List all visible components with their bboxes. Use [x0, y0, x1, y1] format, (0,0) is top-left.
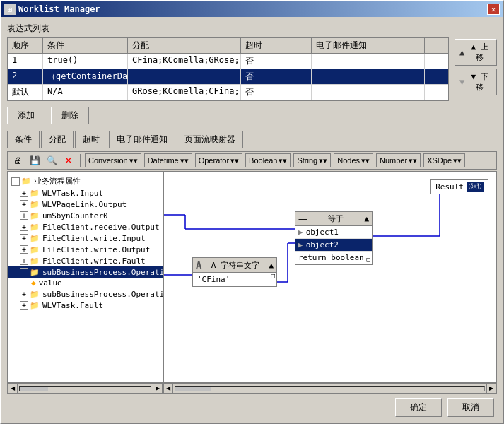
number-dropdown[interactable]: Number ▾▾ [376, 153, 421, 167]
port-icon: ▶ [298, 240, 303, 249]
col-order: 顺序 [8, 38, 43, 53]
delete-button[interactable]: 删除 [51, 107, 89, 124]
scroll-left-btn[interactable]: ◀ [8, 384, 18, 394]
table-row[interactable]: 默认 N/A GRose;KComella;CFina; 否 [8, 85, 448, 100]
folder-icon: 📁 [21, 177, 33, 187]
section-label: 表达式列表 [7, 23, 497, 35]
tab-timeout[interactable]: 超时 [75, 131, 107, 148]
expand-icon[interactable]: + [20, 245, 28, 254]
cell-email [312, 69, 425, 84]
expand-icon[interactable]: + [20, 223, 28, 231]
conversion-dropdown[interactable]: Conversion ▾▾ [85, 153, 141, 167]
left-scrollbar[interactable]: ◀ ▶ [8, 384, 163, 393]
expand-icon[interactable]: + [20, 189, 28, 197]
expand-icon[interactable]: - [11, 177, 20, 186]
nodes-dropdown[interactable]: Nodes ▾▾ [334, 153, 373, 167]
tree-root[interactable]: - 📁 业务流程属性 [8, 175, 163, 187]
window-icon: ⊞ [4, 4, 16, 15]
close-button[interactable]: ✕ [487, 4, 500, 15]
tree-item[interactable]: + 📁 FileClient.write.Output [8, 244, 163, 255]
col-email: 电子邮件通知 [312, 38, 425, 53]
operator-dropdown[interactable]: Operator ▾▾ [195, 153, 242, 167]
col-distribution: 分配 [128, 38, 241, 53]
save-button[interactable]: 💾 [28, 153, 42, 167]
equals-node[interactable]: == 等于 ▲ ▶ object1 ▶ object2 [295, 211, 373, 265]
right-scrollbar[interactable]: ◀ ▶ [163, 384, 496, 393]
cell-condition: （getContainerDat... [43, 69, 128, 84]
tree-item[interactable]: + 📁 WLVTask.Fault [8, 300, 163, 311]
folder-icon: 📁 [30, 256, 41, 266]
cell-distribution [128, 69, 241, 84]
xsdpe-dropdown[interactable]: XSDpe ▾▾ [423, 153, 465, 167]
scroll-right-btn2[interactable]: ▶ [486, 384, 496, 394]
expand-icon[interactable]: + [20, 211, 28, 220]
chevron-down-icon: ▾▾ [453, 156, 462, 165]
add-button[interactable]: 添加 [7, 107, 45, 124]
search-button[interactable]: 🔍 [45, 153, 59, 167]
tab-page-flow[interactable]: 页面流映射器 [177, 131, 243, 148]
chevron-down-icon: ▾▾ [129, 156, 138, 165]
scroll-thumb2[interactable] [175, 387, 211, 391]
expand-icon[interactable]: - [20, 268, 28, 276]
move-up-button[interactable]: ▲ ▲ 上移 [455, 39, 497, 66]
main-window: ⊞ Worklist Manager ✕ 表达式列表 顺序 条件 分配 超时 电… [0, 0, 504, 424]
folder-icon: 📁 [30, 289, 41, 299]
string-dropdown[interactable]: String ▾▾ [293, 153, 331, 167]
tab-distribution[interactable]: 分配 [41, 131, 74, 148]
print-button[interactable]: 🖨 [11, 153, 25, 167]
expand-icon[interactable]: + [20, 234, 28, 242]
canvas-panel[interactable]: == 等于 ▲ ▶ object1 ▶ object2 [164, 172, 496, 382]
port-icon: ▶ [298, 228, 303, 237]
scroll-track[interactable] [19, 386, 151, 391]
diamond-icon: ◆ [31, 278, 36, 288]
chevron-down-icon: ▾▾ [230, 156, 239, 165]
tree-item[interactable]: + 📁 subBusinessProcess.Operation1.Outp [8, 288, 163, 300]
folder-icon: 📁 [30, 211, 41, 220]
table-row[interactable]: 1 true() CFina;KComella;GRose; 否 [8, 54, 448, 69]
boolean-dropdown[interactable]: Boolean ▾▾ [245, 153, 291, 167]
table-header: 顺序 条件 分配 超时 电子邮件通知 [8, 38, 448, 54]
expand-icon[interactable]: + [20, 301, 28, 310]
folder-icon: 📁 [30, 267, 41, 277]
tree-item-child[interactable]: ◆ value [8, 278, 163, 288]
ok-button[interactable]: 确定 [395, 398, 442, 417]
delete-toolbar-button[interactable]: ✕ [61, 153, 76, 167]
table-row[interactable]: 2 （getContainerDat... 否 [8, 69, 448, 85]
tree-item-selected[interactable]: - 📁 subBusinessProcess.Operation1.Inp [8, 266, 163, 278]
tree-item[interactable]: + 📁 umSbynCounter0 [8, 210, 163, 221]
editor-area: - 📁 业务流程属性 + 📁 WLVTask.Input + 📁 WLVPage… [8, 172, 496, 383]
folder-icon: 📁 [30, 245, 41, 254]
cell-order: 默认 [8, 85, 43, 100]
cancel-button[interactable]: 取消 [447, 398, 494, 417]
folder-icon: 📁 [30, 199, 41, 209]
scroll-thumb[interactable] [20, 387, 48, 391]
node-item-object2[interactable]: ▶ object2 [295, 239, 372, 252]
node-item-object1[interactable]: ▶ object1 [295, 226, 372, 239]
expand-icon[interactable]: + [20, 290, 28, 298]
col-timeout: 超时 [241, 38, 312, 53]
scroll-left-btn2[interactable]: ◀ [163, 384, 173, 394]
move-down-button[interactable]: ▼ ▼ 下移 [455, 69, 497, 95]
down-arrow-icon: ▼ [459, 77, 464, 87]
expand-icon[interactable]: + [20, 200, 28, 208]
tree-item[interactable]: + 📁 FileClient.write.Fault [8, 255, 163, 266]
tab-email[interactable]: 电子邮件通知 [109, 131, 175, 148]
tree-panel: - 📁 业务流程属性 + 📁 WLVTask.Input + 📁 WLVPage… [8, 172, 164, 382]
tree-item[interactable]: + 📁 FileClient.write.Input [8, 232, 163, 244]
datetime-dropdown[interactable]: Datetime ▾▾ [144, 153, 192, 167]
tree-item[interactable]: + 📁 WLVTask.Input [8, 187, 163, 199]
tree-item[interactable]: + 📁 WLVPageLink.Output [8, 199, 163, 210]
window-content: 表达式列表 顺序 条件 分配 超时 电子邮件通知 1 true() [1, 17, 503, 423]
scroll-track2[interactable] [175, 386, 485, 391]
node-item-return[interactable]: return boolean □ [295, 252, 372, 264]
folder-icon: 📁 [30, 300, 41, 310]
tab-condition[interactable]: 条件 [7, 131, 40, 148]
expand-icon[interactable]: + [20, 257, 28, 265]
string-node-value: 'CFina' □ [193, 273, 276, 286]
chevron-down-icon: ▾▾ [180, 156, 189, 165]
tree-item[interactable]: + 📁 FileClient.receive.Output [8, 221, 163, 232]
dialog-buttons: 确定 取消 [7, 398, 497, 417]
expression-table: 顺序 条件 分配 超时 电子邮件通知 1 true() CFina;KComel… [7, 37, 449, 101]
string-node[interactable]: A A 字符串文字 ▲ 'CFina' □ [192, 257, 277, 287]
scroll-right-btn[interactable]: ▶ [153, 384, 163, 394]
